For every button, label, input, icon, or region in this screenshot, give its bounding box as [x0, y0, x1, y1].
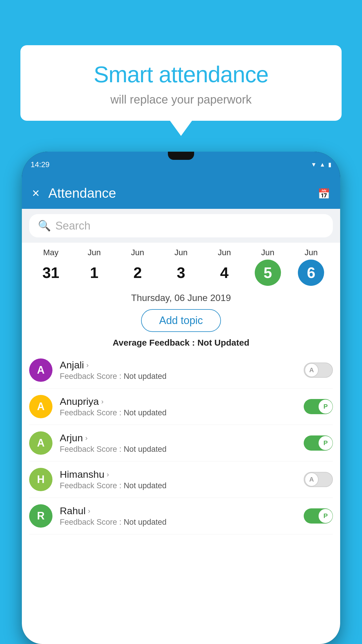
- cal-day-number: 5: [255, 260, 281, 286]
- cal-day-number: 1: [81, 260, 107, 286]
- cal-month-label: May: [43, 248, 59, 257]
- cal-month-label: Jun: [88, 248, 101, 257]
- student-info: Rahul ›Feedback Score : Not updated: [60, 505, 296, 527]
- avg-feedback: Average Feedback : Not Updated: [22, 335, 340, 352]
- student-row[interactable]: AArjun ›Feedback Score : Not updatedP: [29, 425, 333, 461]
- attendance-toggle[interactable]: P: [304, 508, 333, 524]
- attendance-toggle[interactable]: P: [304, 399, 333, 414]
- student-feedback: Feedback Score : Not updated: [60, 481, 296, 490]
- close-button[interactable]: ×: [32, 186, 40, 200]
- attendance-toggle[interactable]: A: [304, 472, 333, 487]
- feedback-value: Not updated: [124, 372, 166, 381]
- toggle-knob: A: [305, 363, 319, 377]
- chevron-icon: ›: [85, 434, 87, 442]
- toggle-knob: P: [319, 436, 333, 450]
- student-name: Himanshu ›: [60, 469, 296, 480]
- search-bar[interactable]: 🔍 Search: [29, 214, 333, 237]
- student-feedback: Feedback Score : Not updated: [60, 372, 296, 381]
- status-time: 14:29: [31, 160, 50, 169]
- phone-screen: 🔍 Search May31Jun1Jun2Jun3Jun4Jun5Jun6 T…: [22, 209, 340, 644]
- toggle-knob: P: [319, 400, 333, 414]
- student-info: Anjali ›Feedback Score : Not updated: [60, 359, 296, 381]
- attendance-toggle[interactable]: P: [304, 435, 333, 451]
- app-bar-title: Attendance: [48, 185, 309, 201]
- calendar-day[interactable]: Jun5: [252, 248, 284, 286]
- feedback-value: Not updated: [124, 481, 166, 490]
- calendar-day[interactable]: May31: [35, 248, 67, 286]
- student-row[interactable]: AAnjali ›Feedback Score : Not updatedA: [29, 352, 333, 388]
- student-feedback: Feedback Score : Not updated: [60, 518, 296, 527]
- cal-day-number: 31: [38, 260, 64, 286]
- cal-month-label: Jun: [218, 248, 231, 257]
- phone-frame: 14:29 × Attendance 🔍 Search May31Jun1Jun…: [22, 152, 340, 644]
- student-avatar: A: [29, 358, 52, 382]
- feedback-value: Not updated: [124, 408, 166, 417]
- chevron-icon: ›: [101, 398, 103, 406]
- phone-notch: [168, 152, 194, 160]
- cal-month-label: Jun: [131, 248, 144, 257]
- student-info: Arjun ›Feedback Score : Not updated: [60, 432, 296, 454]
- feedback-value: Not updated: [124, 518, 166, 526]
- avg-feedback-value: Not Updated: [197, 338, 249, 347]
- signal-icon: [319, 161, 325, 168]
- calendar-icon[interactable]: [318, 187, 330, 200]
- toggle-knob: A: [305, 473, 319, 487]
- toggle-knob: P: [319, 509, 333, 523]
- search-placeholder: Search: [55, 220, 90, 232]
- battery-icon: [328, 161, 331, 168]
- search-bar-wrap: 🔍 Search: [22, 209, 340, 243]
- student-row[interactable]: AAnupriya ›Feedback Score : Not updatedP: [29, 388, 333, 425]
- chevron-icon: ›: [88, 507, 90, 515]
- feedback-value: Not updated: [124, 445, 166, 454]
- cal-day-number: 2: [124, 260, 151, 286]
- student-name: Anupriya ›: [60, 396, 296, 407]
- cal-month-label: Jun: [174, 248, 187, 257]
- search-icon: 🔍: [38, 220, 51, 232]
- chevron-icon: ›: [86, 361, 89, 369]
- add-topic-button[interactable]: Add topic: [141, 309, 221, 332]
- speech-bubble: Smart attendance will replace your paper…: [20, 45, 342, 121]
- bubble-title: Smart attendance: [38, 61, 324, 88]
- calendar-day[interactable]: Jun2: [122, 248, 154, 286]
- bubble-subtitle: will replace your paperwork: [38, 93, 324, 106]
- student-avatar: H: [29, 468, 52, 491]
- student-info: Anupriya ›Feedback Score : Not updated: [60, 396, 296, 417]
- cal-day-number: 6: [298, 260, 324, 286]
- student-feedback: Feedback Score : Not updated: [60, 445, 296, 454]
- cal-month-label: Jun: [305, 248, 318, 257]
- status-bar: 14:29: [22, 152, 340, 177]
- student-info: Himanshu ›Feedback Score : Not updated: [60, 469, 296, 490]
- student-row[interactable]: RRahul ›Feedback Score : Not updatedP: [29, 498, 333, 534]
- app-bar: × Attendance: [22, 177, 340, 209]
- calendar-strip: May31Jun1Jun2Jun3Jun4Jun5Jun6: [22, 243, 340, 287]
- student-avatar: A: [29, 395, 52, 418]
- student-feedback: Feedback Score : Not updated: [60, 408, 296, 417]
- calendar-day[interactable]: Jun6: [295, 248, 327, 286]
- student-name: Rahul ›: [60, 505, 296, 517]
- student-avatar: A: [29, 431, 52, 455]
- calendar-day[interactable]: Jun3: [165, 248, 197, 286]
- cal-day-number: 4: [211, 260, 238, 286]
- student-name: Arjun ›: [60, 432, 296, 444]
- cal-day-number: 3: [168, 260, 194, 286]
- student-avatar: R: [29, 504, 52, 528]
- date-label: Thursday, 06 June 2019: [22, 287, 340, 306]
- attendance-toggle[interactable]: A: [304, 363, 333, 378]
- chevron-icon: ›: [107, 470, 109, 479]
- student-name: Anjali ›: [60, 359, 296, 371]
- calendar-day[interactable]: Jun1: [78, 248, 110, 286]
- student-list: AAnjali ›Feedback Score : Not updatedAAA…: [22, 352, 340, 534]
- wifi-icon: [311, 161, 317, 168]
- speech-bubble-container: Smart attendance will replace your paper…: [20, 45, 342, 121]
- cal-month-label: Jun: [261, 248, 274, 257]
- avg-feedback-label: Average Feedback :: [113, 338, 195, 347]
- calendar-day[interactable]: Jun4: [208, 248, 240, 286]
- status-icons: [311, 161, 331, 168]
- student-row[interactable]: HHimanshu ›Feedback Score : Not updatedA: [29, 461, 333, 498]
